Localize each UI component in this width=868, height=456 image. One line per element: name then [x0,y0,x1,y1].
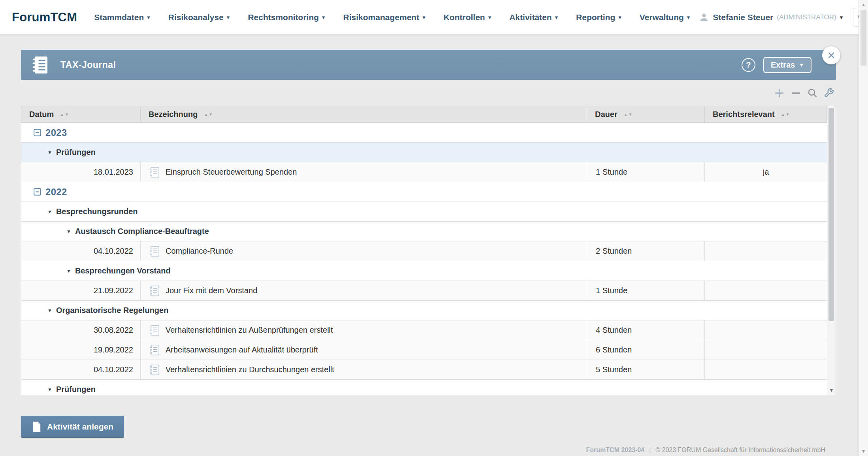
scroll-down-icon[interactable]: ▼ [827,387,836,393]
triangle-down-icon[interactable]: ▼ [47,387,52,392]
activity-label: Jour Fix mit dem Vorstand [166,286,257,295]
main-content: TAX-Journal ? Extras ▼ ✕ Datum▲▼Beze [0,35,859,456]
document-icon [32,421,41,432]
activity-report-flag [705,241,827,261]
category-group-row[interactable]: ▼Besprechungsrunden [21,202,836,222]
user-name: Stefanie Steuer [713,13,773,22]
nav-item-risikoanalyse[interactable]: Risikoanalyse▾ [159,13,239,22]
scroll-down-icon[interactable]: ▼ [859,448,868,454]
table-scrollbar[interactable]: ▼ [827,106,836,395]
page-scrollbar-thumb[interactable] [860,10,866,66]
note-icon [149,324,160,336]
collapse-icon[interactable] [34,129,41,136]
chevron-down-icon: ▾ [147,14,150,20]
sort-arrows-icon[interactable]: ▲▼ [204,113,213,117]
triangle-down-icon[interactable]: ▼ [66,269,71,273]
column-header-datum[interactable]: Datum▲▼ [21,106,141,122]
nav-item-aktivit-ten[interactable]: Aktivitäten▾ [500,13,567,22]
activity-name-cell: Jour Fix mit dem Vorstand [141,281,587,300]
triangle-down-icon[interactable]: ▼ [47,209,52,214]
triangle-down-icon[interactable]: ▼ [47,150,52,155]
nav-item-label: Verwaltung [640,13,684,22]
activity-date: 30.08.2022 [21,320,141,340]
category-group-label: Besprechungsrunden [56,207,138,216]
nav-item-label: Reporting [576,13,615,22]
collapse-icon[interactable] [34,188,41,196]
close-button[interactable]: ✕ [822,46,840,64]
sort-arrows-icon[interactable]: ▲▼ [624,113,633,117]
activity-row[interactable]: 04.10.2022Compliance-Runde2 Stunden [21,241,836,261]
activity-date: 21.09.2022 [21,281,141,300]
activity-row[interactable]: 30.08.2022Verhaltensrichtlinien zu Außen… [21,320,836,340]
create-activity-button[interactable]: Aktivität anlegen [21,416,124,438]
column-header-label: Bezeichnung [149,110,198,119]
collapse-all-icon[interactable] [790,87,801,98]
table-toolbar [21,80,836,106]
activity-duration: 1 Stunde [587,162,705,182]
category-group-row[interactable]: ▼Besprechungen Vorstand [21,261,836,281]
activity-label: Verhaltensrichtlinien zu Durchsuchungen … [166,365,334,374]
nav-item-verwaltung[interactable]: Verwaltung▾ [631,13,699,22]
column-header-label: Dauer [595,110,618,119]
panel-header-actions: ? Extras ▼ [742,57,836,73]
column-header-berichtsrelevant[interactable]: Berichtsrelevant▲▼ [705,106,827,122]
category-group-row[interactable]: ▼Austausch Compliance-Beauftragte [21,222,836,241]
chevron-down-icon: ▾ [488,14,491,20]
help-label: ? [746,60,751,70]
category-group-row[interactable]: ▼Organisatorische Regelungen [21,301,836,320]
chevron-down-icon: ▼ [799,62,804,68]
activity-label: Einspruch Steuerbewertung Spenden [166,168,297,177]
scroll-up-icon[interactable]: ▲ [859,2,868,8]
note-icon [149,285,160,297]
chevron-down-icon: ▾ [840,14,843,20]
activity-row[interactable]: 04.10.2022Verhaltensrichtlinien zu Durch… [21,360,836,380]
year-group-row[interactable]: 2022 [21,182,836,202]
chevron-down-icon: ▾ [618,14,621,20]
page-scrollbar[interactable]: ▲ ▼ [859,0,868,456]
column-header-dauer[interactable]: Dauer▲▼ [587,106,705,122]
activity-row[interactable]: 21.09.2022Jour Fix mit dem Vorstand1 Stu… [21,281,836,301]
activity-row[interactable]: 19.09.2022Arbeitsanweisungen auf Aktuali… [21,340,836,360]
user-menu[interactable]: Stefanie Steuer (ADMINISTRATOR) ▾ [699,12,843,23]
activity-date: 04.10.2022 [21,360,141,379]
activity-report-flag [705,340,827,360]
activity-report-flag [705,320,827,340]
sort-arrows-icon[interactable]: ▲▼ [781,113,790,117]
nav-item-kontrollen[interactable]: Kontrollen▾ [435,13,501,22]
activity-date: 18.01.2023 [21,162,141,182]
year-group-label: 2022 [45,187,67,198]
nav-item-label: Risikomanagement [343,13,420,22]
note-icon [149,344,160,356]
nav-item-reporting[interactable]: Reporting▾ [567,13,631,22]
category-group-row[interactable]: ▼Prüfungen [21,143,836,162]
year-group-label: 2023 [45,127,67,138]
table-settings-icon[interactable] [823,87,834,98]
app-logo[interactable]: ForumTCM [12,10,77,24]
activity-duration: 4 Stunden [587,320,705,340]
activity-row[interactable]: 18.01.2023Einspruch Steuerbewertung Spen… [21,162,836,182]
footer-copyright: © 2023 FORUM Gesellschaft für Informatio… [655,447,825,454]
user-role: (ADMINISTRATOR) [777,13,836,21]
triangle-down-icon[interactable]: ▼ [47,308,52,313]
chevron-down-icon: ▾ [422,14,426,20]
year-group-row[interactable]: 2023 [21,123,836,143]
expand-all-icon[interactable] [774,87,785,98]
sort-arrows-icon[interactable]: ▲▼ [60,113,69,117]
nav-item-risikomanagement[interactable]: Risikomanagement▾ [334,13,435,22]
help-button[interactable]: ? [742,58,755,72]
activity-duration: 2 Stunden [587,241,705,261]
footer: ForumTCM 2023-04 | © 2023 FORUM Gesellsc… [586,447,825,454]
column-header-bezeichnung[interactable]: Bezeichnung▲▼ [141,106,587,122]
activity-report-flag [705,281,827,300]
user-icon [699,12,709,23]
note-icon [149,245,160,257]
nav-item-stammdaten[interactable]: Stammdaten▾ [85,13,159,22]
category-group-row[interactable]: ▼Prüfungen [21,380,836,395]
table-search-icon[interactable] [807,87,818,98]
extras-button[interactable]: Extras ▼ [763,57,812,73]
activity-name-cell: Verhaltensrichtlinien zu Durchsuchungen … [141,360,587,379]
triangle-down-icon[interactable]: ▼ [66,229,71,234]
nav-item-label: Rechtsmonitoring [248,13,319,22]
table-scrollbar-thumb[interactable] [828,108,834,321]
nav-item-rechtsmonitoring[interactable]: Rechtsmonitoring▾ [239,13,334,22]
